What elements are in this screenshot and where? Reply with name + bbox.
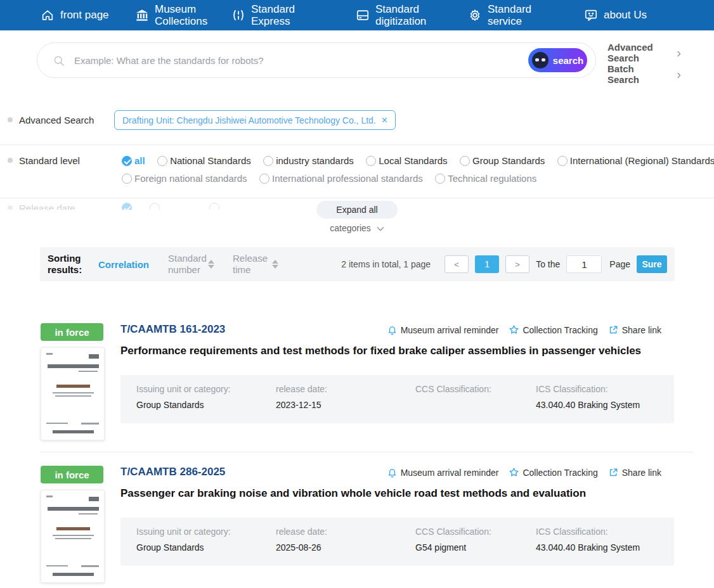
chevron-right-icon: › bbox=[677, 46, 681, 60]
field-ccs-classification: CCS Classification: bbox=[415, 384, 491, 400]
nav-item-museum-collections[interactable]: Museum Collections bbox=[135, 0, 218, 30]
filter-tag-label: Drafting Unit: Chengdu Jishiwei Automoti… bbox=[122, 115, 376, 125]
nav-label: about Us bbox=[604, 9, 647, 21]
nav-item-about-us[interactable]: about Us bbox=[584, 0, 647, 30]
field-release-date: release date: 2023-12-15 bbox=[276, 384, 327, 410]
status-badge: in force bbox=[41, 466, 103, 483]
search-button-label: search bbox=[553, 55, 583, 66]
radio-icon bbox=[122, 174, 132, 184]
field-ics-classification: ICS Classification: 43.040.40 Braking Sy… bbox=[536, 527, 640, 553]
field-ccs-classification: CCS Classification: G54 pigment bbox=[415, 527, 491, 553]
radio-national-standards[interactable]: National Standards bbox=[157, 155, 251, 166]
advanced-search-row-label: Advanced Search bbox=[19, 115, 94, 125]
chevron-right-icon: › bbox=[677, 67, 681, 82]
standard-number-link[interactable]: T/CAAMTB 286-2025 bbox=[120, 466, 225, 478]
sorting-results-label: Sorting results: bbox=[48, 253, 89, 276]
batch-search-link-label: Batch Search bbox=[607, 63, 666, 86]
standard-level-options-row1: all National Standards industry standard… bbox=[122, 155, 714, 169]
sort-release-time[interactable]: Release time bbox=[233, 253, 278, 276]
field-issuing-unit: Issuing unit or category: Group Standard… bbox=[136, 527, 231, 553]
digitization-icon bbox=[356, 8, 370, 22]
museum-arrival-reminder-link[interactable]: Museum arrival reminder bbox=[387, 467, 499, 478]
museum-icon bbox=[135, 8, 149, 22]
radio-checked-icon bbox=[122, 203, 132, 210]
radio-technical-regulations[interactable]: Technical regulations bbox=[435, 173, 536, 184]
top-nav: front page Museum Collections Standard E… bbox=[0, 0, 714, 30]
bullet-dot bbox=[8, 205, 13, 210]
pagination-page-1[interactable]: 1 bbox=[475, 255, 499, 273]
nav-item-standard-express[interactable]: Standard Express bbox=[231, 0, 315, 30]
museum-arrival-reminder-link[interactable]: Museum arrival reminder bbox=[387, 324, 499, 335]
service-gear-icon bbox=[468, 8, 482, 22]
nav-label: Standard Express bbox=[251, 3, 315, 27]
radio-local-standards[interactable]: Local Standards bbox=[366, 155, 447, 166]
radio-international-professional-standards[interactable]: International professional standards bbox=[259, 173, 423, 184]
collection-tracking-link[interactable]: Collection Tracking bbox=[509, 324, 597, 335]
radio-all[interactable]: all bbox=[122, 155, 145, 166]
bell-icon bbox=[387, 324, 398, 335]
standard-details-panel: Issuing unit or category: Group Standard… bbox=[120, 375, 674, 423]
sort-standard-number[interactable]: Standard number bbox=[168, 253, 214, 276]
nav-item-front-page[interactable]: front page bbox=[41, 0, 109, 30]
standard-title-link[interactable]: Performance requirements and test method… bbox=[120, 345, 674, 357]
standard-level-label: Standard level bbox=[19, 155, 80, 166]
categories-toggle[interactable]: categories bbox=[0, 223, 714, 233]
goto-confirm-button[interactable]: Sure bbox=[637, 255, 667, 273]
nav-label: Museum Collections bbox=[155, 3, 218, 27]
standard-cover-thumbnail[interactable] bbox=[41, 490, 105, 583]
share-icon bbox=[608, 324, 619, 335]
radio-icon bbox=[150, 203, 160, 210]
radio-group-standards[interactable]: Group Standards bbox=[460, 155, 545, 166]
status-badge: in force bbox=[41, 323, 103, 341]
batch-search-link[interactable]: Batch Search › bbox=[607, 63, 681, 86]
share-link[interactable]: Share link bbox=[608, 467, 661, 478]
categories-label: categories bbox=[330, 223, 371, 233]
star-icon bbox=[509, 467, 519, 478]
sort-correlation[interactable]: Correlation bbox=[98, 259, 149, 270]
field-ics-classification: ICS Classification: 43.040.40 Braking Sy… bbox=[536, 384, 640, 410]
divider bbox=[0, 144, 714, 145]
share-icon bbox=[608, 467, 619, 478]
search-input[interactable] bbox=[74, 44, 518, 77]
radio-checked-icon bbox=[122, 156, 132, 166]
radio-icon bbox=[259, 174, 269, 184]
standard-details-panel: Issuing unit or category: Group Standard… bbox=[120, 518, 674, 566]
pagination-next-button[interactable]: > bbox=[505, 255, 529, 273]
standard-number-link[interactable]: T/CAAMTB 161-2023 bbox=[120, 323, 225, 336]
nav-item-standard-digitization[interactable]: Standard digitization bbox=[356, 0, 439, 30]
nav-item-standard-service[interactable]: Standard service bbox=[468, 0, 551, 30]
goto-suffix-label: Page bbox=[609, 259, 630, 269]
nav-label: front page bbox=[60, 9, 109, 21]
radio-industry-standards[interactable]: industry standards bbox=[263, 155, 354, 166]
radio-icon bbox=[366, 156, 376, 166]
pagination-prev-button[interactable]: < bbox=[445, 255, 469, 273]
radio-foreign-national-standards[interactable]: Foreign national standards bbox=[122, 173, 247, 184]
express-icon bbox=[231, 8, 245, 22]
share-link[interactable]: Share link bbox=[608, 324, 661, 335]
radio-icon bbox=[435, 174, 445, 184]
drafting-unit-filter-tag[interactable]: Drafting Unit: Chengdu Jishiwei Automoti… bbox=[114, 110, 396, 130]
radio-icon bbox=[263, 156, 273, 166]
collection-tracking-link[interactable]: Collection Tracking bbox=[509, 467, 597, 478]
chevron-down-icon bbox=[377, 226, 384, 231]
radio-icon bbox=[157, 156, 167, 166]
sort-carets-icon bbox=[208, 260, 214, 269]
search-button[interactable]: search bbox=[528, 48, 587, 72]
expand-all-button[interactable]: Expand all bbox=[316, 201, 398, 219]
radio-international-regional-standards[interactable]: International (Regional) Standards bbox=[557, 155, 714, 166]
bullet-dot bbox=[8, 158, 13, 163]
advanced-search-link[interactable]: Advanced Search › bbox=[607, 42, 681, 64]
radio-icon bbox=[460, 156, 470, 166]
standard-level-options-row2: Foreign national standards International… bbox=[122, 173, 546, 186]
goto-page-input[interactable] bbox=[566, 255, 602, 273]
advanced-search-link-label: Advanced Search bbox=[607, 42, 666, 64]
nav-label: Standard digitization bbox=[375, 3, 439, 27]
close-icon[interactable]: × bbox=[382, 115, 387, 125]
sort-carets-icon bbox=[272, 260, 278, 269]
standard-cover-thumbnail[interactable] bbox=[41, 347, 105, 440]
standard-title-link[interactable]: Passenger car braking noise and vibratio… bbox=[120, 487, 674, 500]
bullet-dot bbox=[8, 117, 13, 122]
card-actions: Museum arrival reminder Collection Track… bbox=[387, 324, 661, 335]
result-card-1: in force T/CAAMTB 161-2023 Museum arriva… bbox=[41, 317, 675, 444]
sorting-bar: Sorting results: Correlation Standard nu… bbox=[40, 247, 675, 281]
